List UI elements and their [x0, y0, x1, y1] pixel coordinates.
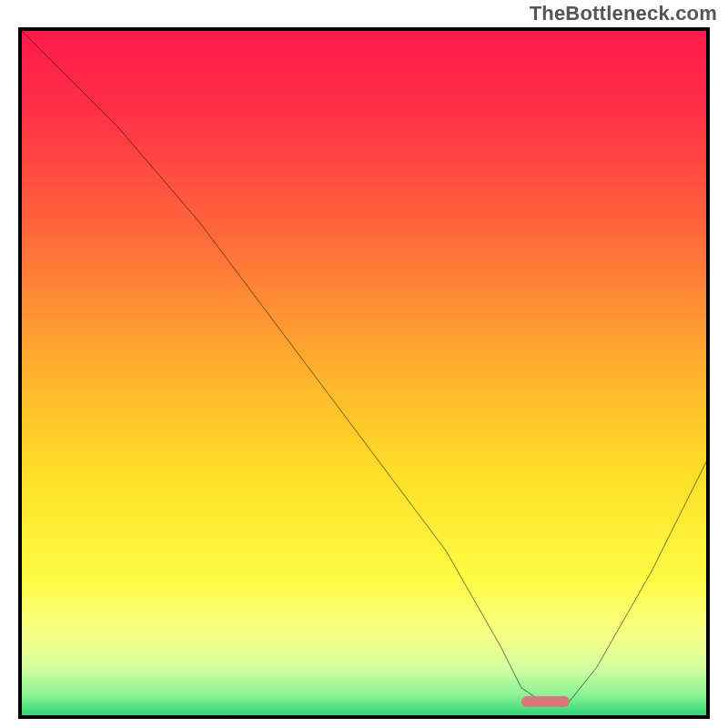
watermark-text: TheBottleneck.com: [530, 2, 717, 25]
bottleneck-curve: [22, 31, 706, 715]
optimal-range-marker: [521, 696, 570, 707]
plot-frame: [18, 27, 710, 719]
